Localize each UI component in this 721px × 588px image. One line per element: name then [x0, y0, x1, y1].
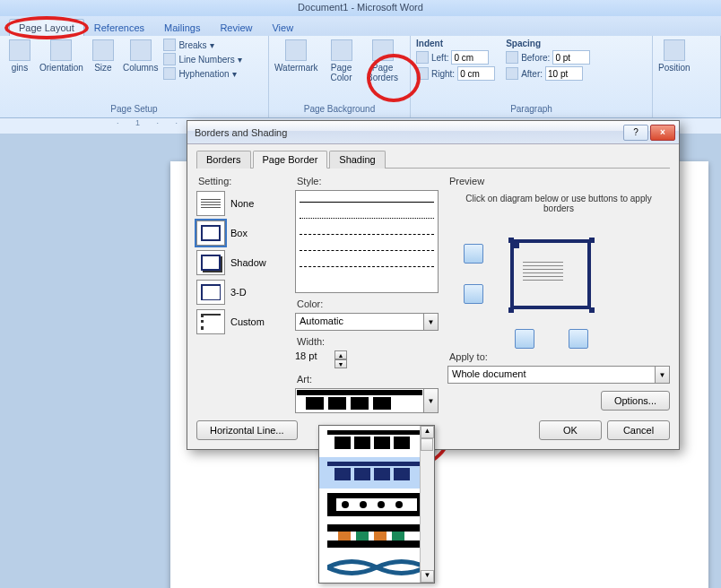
art-scroll-up[interactable]: ▲	[421, 426, 434, 438]
style-list[interactable]	[295, 190, 439, 293]
dialog-title: Borders and Shading	[195, 127, 287, 138]
watermark-icon	[285, 39, 307, 61]
art-scroll-down[interactable]: ▼	[421, 570, 434, 583]
setting-shadow[interactable]: Shadow	[196, 250, 286, 275]
art-option-1[interactable]	[319, 426, 434, 457]
dialog-titlebar[interactable]: Borders and Shading ? ×	[187, 121, 679, 144]
indent-right-row[interactable]: Right:	[414, 65, 497, 82]
margins-button[interactable]: gins	[4, 38, 36, 74]
hyphenation-button[interactable]: Hyphenation ▾	[161, 66, 243, 81]
art-dropdown-list[interactable]: ▲ ▼	[318, 425, 435, 584]
tab-page-layout[interactable]: Page Layout	[9, 19, 84, 36]
art-option-2[interactable]	[319, 457, 434, 489]
title-bar: Document1 - Microsoft Word	[0, 0, 721, 16]
art-option-4[interactable]	[319, 520, 434, 551]
indent-left-input[interactable]	[451, 50, 489, 65]
dialog-close-button[interactable]: ×	[650, 125, 675, 141]
art-scroll-thumb[interactable]	[421, 438, 433, 451]
apply-to-label: Apply to:	[447, 351, 670, 362]
art-combo-dropdown[interactable]: ▼	[424, 388, 439, 413]
horizontal-line-button[interactable]: Horizontal Line...	[196, 420, 298, 440]
borders-and-shading-dialog: Borders and Shading ? × Borders Page Bor…	[187, 120, 680, 450]
svg-rect-22	[327, 540, 426, 548]
svg-rect-9	[394, 437, 410, 449]
preview-bottom-border-toggle[interactable]	[464, 284, 483, 304]
tab-references[interactable]: References	[84, 19, 154, 36]
svg-rect-0	[297, 390, 422, 395]
indent-right-input[interactable]	[457, 66, 495, 81]
preview-right-border-toggle[interactable]	[569, 329, 588, 349]
breaks-button[interactable]: Breaks ▾	[161, 38, 243, 52]
svg-point-19	[378, 501, 385, 508]
art-combo[interactable]: ▼	[295, 388, 439, 413]
art-option-3[interactable]	[319, 489, 434, 520]
indent-legend: Indent	[414, 38, 497, 49]
size-button[interactable]: Size	[87, 38, 119, 74]
preview-label: Preview	[447, 176, 670, 186]
ok-button[interactable]: OK	[539, 420, 602, 440]
art-scrollbar[interactable]: ▲ ▼	[420, 426, 434, 583]
width-spinner[interactable]: 18 pt ▲▼	[295, 350, 349, 368]
setting-none[interactable]: None	[196, 191, 286, 216]
width-label: Width:	[295, 336, 439, 347]
color-combo[interactable]: Automatic ▼	[295, 313, 439, 331]
ribbon-tabs: Page Layout References Mailings Review V…	[0, 16, 721, 36]
app-title: Document1 - Microsoft Word	[0, 0, 721, 13]
preview-top-border-toggle[interactable]	[464, 244, 483, 264]
width-up[interactable]: ▲	[334, 350, 347, 359]
indent-left-row[interactable]: Left:	[414, 49, 497, 65]
svg-rect-13	[374, 468, 390, 480]
setting-box[interactable]: Box	[196, 220, 286, 246]
svg-rect-5	[327, 430, 426, 435]
tab-shading[interactable]: Shading	[329, 151, 385, 169]
spacing-before-row[interactable]: Before:	[504, 49, 592, 65]
setting-custom[interactable]: Custom	[196, 309, 286, 334]
page-color-button[interactable]: Page Color	[322, 38, 361, 84]
hyphenation-icon	[163, 67, 176, 80]
spacing-after-input[interactable]	[545, 66, 583, 81]
dialog-help-button[interactable]: ?	[623, 125, 648, 141]
page-borders-button[interactable]: Page Borders	[363, 38, 403, 84]
svg-rect-10	[327, 462, 426, 466]
orientation-icon	[50, 39, 72, 61]
cancel-button[interactable]: Cancel	[607, 420, 670, 440]
art-option-5[interactable]	[319, 551, 434, 583]
tab-mailings[interactable]: Mailings	[154, 19, 210, 36]
orientation-button[interactable]: Orientation	[38, 38, 85, 74]
spacing-after-row[interactable]: After:	[504, 65, 592, 82]
svg-rect-24	[356, 532, 369, 540]
spacing-before-icon	[506, 51, 518, 64]
position-button[interactable]: Position	[656, 38, 692, 74]
watermark-button[interactable]: Watermark	[273, 38, 320, 74]
spacing-before-input[interactable]	[552, 50, 590, 65]
svg-rect-21	[327, 524, 426, 532]
group-label-paragraph: Paragraph	[414, 102, 648, 116]
indent-left-icon	[416, 51, 429, 64]
svg-rect-7	[354, 437, 370, 449]
svg-rect-11	[334, 468, 351, 480]
line-numbers-button[interactable]: Line Numbers ▾	[161, 52, 243, 66]
tab-view[interactable]: View	[262, 19, 303, 36]
tab-page-border[interactable]: Page Border	[253, 151, 328, 169]
svg-point-18	[360, 501, 367, 508]
apply-to-combo[interactable]: Whole document ▼	[447, 366, 670, 384]
width-down[interactable]: ▼	[334, 359, 347, 368]
options-button[interactable]: Options...	[601, 391, 670, 411]
preview-page[interactable]	[510, 239, 591, 309]
setting-3d[interactable]: 3-D	[196, 280, 286, 305]
svg-rect-2	[328, 397, 346, 410]
line-numbers-icon	[163, 53, 176, 65]
color-combo-dropdown[interactable]: ▼	[424, 313, 439, 331]
size-icon	[92, 39, 114, 61]
svg-rect-8	[374, 437, 390, 449]
style-label: Style:	[295, 176, 439, 186]
columns-button[interactable]: Columns	[121, 38, 160, 74]
color-label: Color:	[295, 298, 439, 309]
tab-review[interactable]: Review	[210, 19, 262, 36]
preview-left-border-toggle[interactable]	[515, 329, 534, 349]
svg-rect-25	[374, 532, 387, 540]
ribbon: gins Orientation Size Columns Breaks ▾ L…	[0, 36, 721, 118]
group-label-page-background: Page Background	[273, 102, 406, 116]
tab-borders[interactable]: Borders	[196, 151, 251, 169]
apply-to-dropdown[interactable]: ▼	[656, 366, 670, 384]
